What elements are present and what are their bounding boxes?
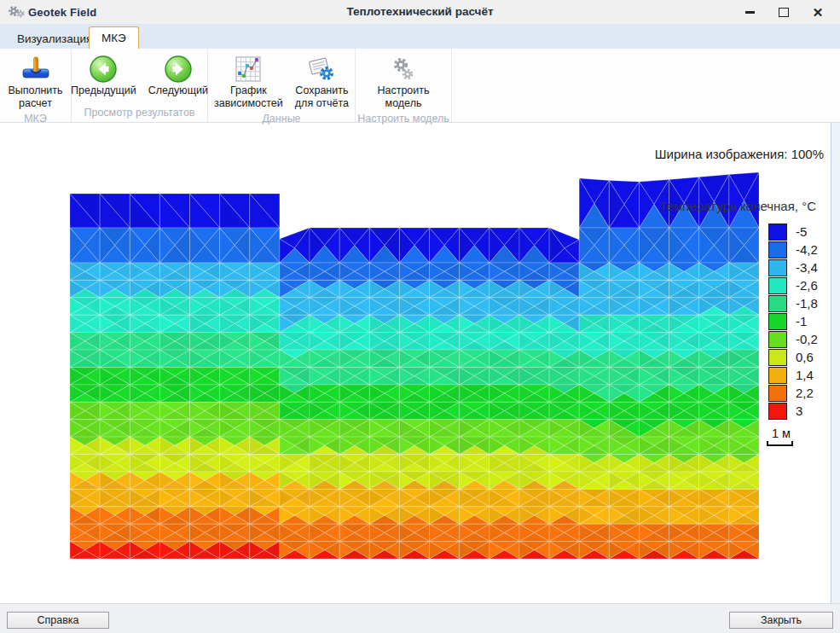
ribbon-group-model: Настроить модель Настроить модель	[356, 49, 452, 122]
legend-swatch	[768, 367, 787, 384]
legend-entry: -5	[768, 223, 818, 241]
legend-entry: -4,2	[768, 241, 818, 258]
group-label-model: Настроить модель	[356, 113, 451, 128]
gears-icon	[389, 54, 418, 84]
legend-swatch	[768, 259, 787, 276]
footer-bar: Справка Закрыть	[0, 603, 840, 633]
minimize-icon	[745, 11, 755, 14]
scale-bar-line	[767, 441, 793, 446]
image-width-label: Ширина изображения: 100%	[655, 147, 824, 161]
legend-entry: 2,2	[768, 384, 818, 402]
legend-swatch	[768, 331, 787, 348]
legend-entry: -0,2	[768, 330, 818, 348]
window-title: Теплотехнический расчёт	[0, 5, 840, 18]
close-button[interactable]: ✕	[801, 0, 835, 24]
title-bar: Geotek Field Теплотехнический расчёт ✕	[0, 0, 840, 24]
close-icon: ✕	[813, 6, 824, 19]
legend-value: 2,2	[796, 386, 814, 400]
legend-title: Температура конечная, °C	[659, 199, 816, 213]
legend-swatch	[768, 224, 787, 241]
legend-entry: -2,6	[768, 276, 818, 294]
run-calculation-label: Выполнить расчет	[8, 84, 62, 111]
legend-swatch	[768, 241, 787, 258]
content-right-border	[831, 122, 840, 603]
penetration-test-icon	[20, 54, 51, 84]
app-window: Geotek Field Теплотехнический расчёт ✕ В…	[0, 0, 840, 633]
dependency-chart-label: График зависимостей	[214, 84, 283, 111]
minimize-button[interactable]	[733, 0, 767, 24]
legend-entry: -1	[768, 312, 818, 330]
maximize-icon	[779, 8, 789, 17]
previous-label: Предыдущий	[71, 84, 136, 97]
next-button[interactable]: Следующий	[144, 52, 212, 99]
temperature-legend: -5-4,2-3,4-2,6-1,8-1-0,20,61,42,23	[768, 223, 818, 420]
legend-value: -0,2	[796, 332, 818, 346]
legend-value: -3,4	[796, 260, 818, 275]
legend-swatch	[768, 403, 787, 420]
configure-model-button[interactable]: Настроить модель	[373, 52, 433, 113]
ribbon-toolbar: Выполнить расчет МКЭ	[0, 49, 840, 123]
maximize-button[interactable]	[767, 0, 801, 24]
legend-swatch	[768, 349, 787, 366]
legend-entry: 0,6	[768, 348, 818, 366]
legend-entry: -1,8	[768, 294, 818, 312]
tab-strip: Визуализация МКЭ	[0, 24, 840, 49]
dependency-chart-button[interactable]: График зависимостей	[210, 52, 287, 113]
legend-entry: 1,4	[768, 366, 818, 384]
save-for-report-button[interactable]: Сохранить для отчёта	[291, 52, 353, 113]
green-arrow-right-icon	[164, 54, 193, 84]
close-dialog-button[interactable]: Закрыть	[729, 612, 833, 629]
ribbon-group-mke: Выполнить расчет МКЭ	[0, 49, 72, 122]
report-gear-icon	[307, 54, 336, 84]
legend-entry: -3,4	[768, 258, 818, 276]
help-button[interactable]: Справка	[7, 612, 109, 629]
configure-model-label: Настроить модель	[377, 84, 429, 111]
legend-swatch	[768, 277, 787, 294]
next-label: Следующий	[148, 84, 208, 97]
ribbon-group-results: Предыдущий Следующий	[72, 49, 208, 122]
group-label-data: Данные	[208, 113, 355, 128]
legend-value: 3	[796, 404, 802, 418]
green-arrow-left-icon	[89, 54, 118, 84]
tab-mke[interactable]: МКЭ	[89, 26, 139, 49]
legend-swatch	[768, 313, 787, 330]
run-calculation-button[interactable]: Выполнить расчет	[3, 52, 67, 113]
ribbon-group-data: График зависимостей	[208, 49, 356, 122]
chart-grid-icon	[235, 54, 262, 84]
legend-value: -1	[796, 314, 807, 328]
group-label-results: Просмотр результатов	[72, 107, 207, 122]
legend-value: 1,4	[796, 368, 814, 382]
legend-entry: 3	[768, 402, 818, 420]
legend-value: -5	[796, 224, 807, 239]
scale-bar-label: 1 м	[772, 427, 793, 440]
legend-swatch	[768, 295, 787, 312]
group-label-mke: МКЭ	[0, 113, 71, 128]
previous-button[interactable]: Предыдущий	[67, 52, 141, 99]
legend-value: -4,2	[796, 242, 818, 257]
scale-bar: 1 м	[767, 427, 793, 446]
save-for-report-label: Сохранить для отчёта	[295, 84, 349, 111]
legend-swatch	[768, 385, 787, 402]
legend-value: -2,6	[796, 278, 818, 293]
legend-value: -1,8	[796, 296, 818, 311]
legend-value: 0,6	[796, 350, 814, 364]
